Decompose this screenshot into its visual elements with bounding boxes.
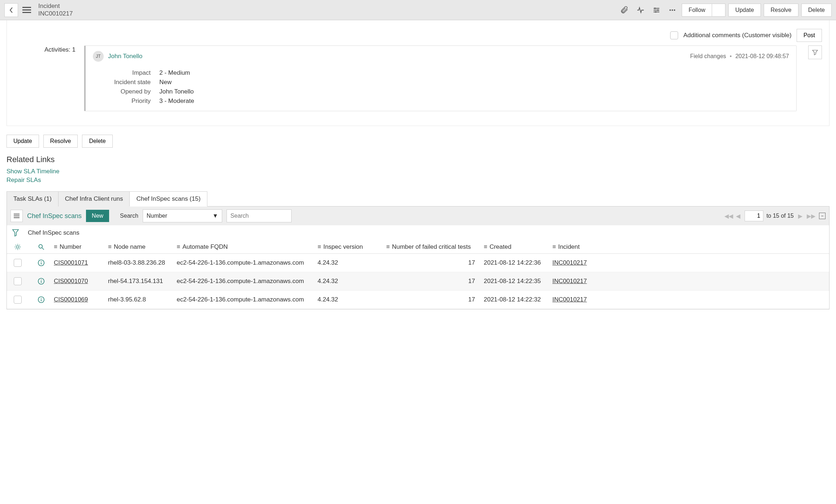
cell-node: rhel-3.95.62.8 [108,296,177,303]
svg-point-9 [41,261,42,262]
search-input[interactable] [227,209,292,222]
table-row: CIS0001071 rhel8-03-3.88.236.28 ec2-54-2… [7,254,829,272]
svg-point-2 [655,11,656,13]
cell-failed: 17 [386,278,484,285]
activity-author[interactable]: John Tonello [108,53,142,60]
pager-prev[interactable]: ◀ [734,213,742,220]
column-header-failed-tests[interactable]: ≡Number of failed critical tests [386,243,484,251]
avatar: JT [93,51,104,62]
preview-icon[interactable] [29,259,54,267]
cell-version: 4.24.32 [318,278,386,285]
chevron-down-icon: ▼ [212,213,218,219]
list-title[interactable]: Chef InSpec scans [27,212,82,220]
activity-filter-button[interactable] [808,45,822,59]
pager-current[interactable] [745,210,763,221]
row-checkbox[interactable] [14,259,22,267]
field-value: 3 - Moderate [159,97,194,105]
table-row: CIS0001070 rhel-54.173.154.131 ec2-54-22… [7,272,829,291]
incident-link[interactable]: INC0010217 [552,259,587,266]
back-button[interactable] [4,3,18,17]
incident-link[interactable]: INC0010217 [552,278,587,284]
svg-point-1 [657,9,659,11]
menu-toggle[interactable] [22,5,34,15]
preview-icon[interactable] [29,296,54,304]
svg-point-13 [41,298,42,299]
record-link[interactable]: CIS0001070 [54,278,88,284]
topbar: Incident INC0010217 Follow Update Resolv… [0,0,836,20]
svg-point-6 [17,246,19,248]
tab-chef-infra[interactable]: Chef Infra Client runs [58,191,130,207]
more-actions-icon[interactable] [666,4,679,17]
pager-first[interactable]: ◀◀ [724,213,732,220]
svg-point-0 [654,8,656,9]
new-record-button[interactable]: New [86,210,109,222]
delete-button-bottom[interactable]: Delete [82,135,112,148]
related-list-panel: Chef InSpec scans New Search Number ▼ ◀◀… [7,207,829,309]
record-link[interactable]: CIS0001069 [54,296,88,303]
column-header-incident[interactable]: ≡Incident [552,243,592,251]
cell-fqdn: ec2-54-226-1-136.compute-1.amazonaws.com [177,259,318,266]
svg-point-5 [674,9,675,11]
tab-task-slas[interactable]: Task SLAs (1) [7,191,59,207]
preview-icon[interactable] [29,277,54,285]
svg-point-4 [672,9,673,11]
field-label: Incident state [93,79,151,86]
personalize-list-icon[interactable] [7,243,29,251]
record-number: INC0010217 [38,10,73,17]
search-column-icon[interactable] [29,243,54,251]
svg-point-3 [669,9,671,11]
column-header-created[interactable]: ≡Created [484,243,552,251]
tab-chef-inspec[interactable]: Chef InSpec scans (15) [129,191,207,207]
delete-button[interactable]: Delete [801,4,832,17]
filter-icon[interactable] [12,229,19,237]
follow-button[interactable]: Follow [682,4,712,17]
settings-icon[interactable] [650,4,663,17]
column-header-fqdn[interactable]: ≡Automate FQDN [177,243,318,251]
row-checkbox[interactable] [14,296,22,304]
pager-last[interactable]: ▶▶ [807,213,814,220]
cell-failed: 17 [386,296,484,303]
cell-created: 2021-08-12 14:22:32 [484,296,552,303]
field-value: John Tonello [159,88,194,95]
activity-timestamp: 2021-08-12 09:48:57 [735,53,789,60]
related-list-tabs: Task SLAs (1) Chef Infra Client runs Che… [7,191,829,207]
incident-link[interactable]: INC0010217 [552,296,587,303]
field-value: New [159,79,172,86]
record-link[interactable]: CIS0001071 [54,259,88,266]
cell-fqdn: ec2-54-226-1-136.compute-1.amazonaws.com [177,278,318,285]
collapse-icon[interactable]: − [819,213,826,219]
cell-node: rhel-54.173.154.131 [108,278,177,285]
activity-stream-icon[interactable] [634,4,647,17]
column-header-node-name[interactable]: ≡Node name [108,243,177,251]
related-link[interactable]: Repair SLAs [7,176,836,184]
follow-dropdown[interactable] [712,4,725,17]
column-header-inspec-version[interactable]: ≡Inspec version [318,243,386,251]
related-link[interactable]: Show SLA Timeline [7,167,836,176]
cell-created: 2021-08-12 14:22:36 [484,259,552,266]
table-row: CIS0001069 rhel-3.95.62.8 ec2-54-226-1-1… [7,291,829,309]
list-menu-button[interactable] [10,210,23,222]
activity-entry: JT John Tonello Field changes • 2021-08-… [84,45,797,111]
post-button[interactable]: Post [797,29,822,42]
cell-created: 2021-08-12 14:22:35 [484,278,552,285]
pager-range: to 15 of 15 [766,213,794,219]
customer-visible-checkbox[interactable] [670,31,678,39]
update-button[interactable]: Update [728,4,761,17]
cell-node: rhel8-03-3.88.236.28 [108,259,177,266]
cell-version: 4.24.32 [318,296,386,303]
column-header-number[interactable]: ≡Number [54,243,108,251]
breadcrumb[interactable]: Chef InSpec scans [28,229,79,236]
activities-count: Activities: 1 [7,45,76,53]
resolve-button[interactable]: Resolve [764,4,798,17]
related-links-heading: Related Links [7,155,836,164]
field-label: Opened by [93,88,151,95]
svg-point-11 [41,279,42,280]
pager: ◀◀ ◀ to 15 of 15 ▶ ▶▶ − [724,210,826,221]
comment-bar: Additional comments (Customer visible) P… [7,20,829,45]
resolve-button-bottom[interactable]: Resolve [43,135,78,148]
search-field-select[interactable]: Number ▼ [143,209,222,222]
row-checkbox[interactable] [14,277,22,285]
pager-next[interactable]: ▶ [797,213,804,220]
update-button-bottom[interactable]: Update [7,135,39,148]
attachment-icon[interactable] [618,4,631,17]
